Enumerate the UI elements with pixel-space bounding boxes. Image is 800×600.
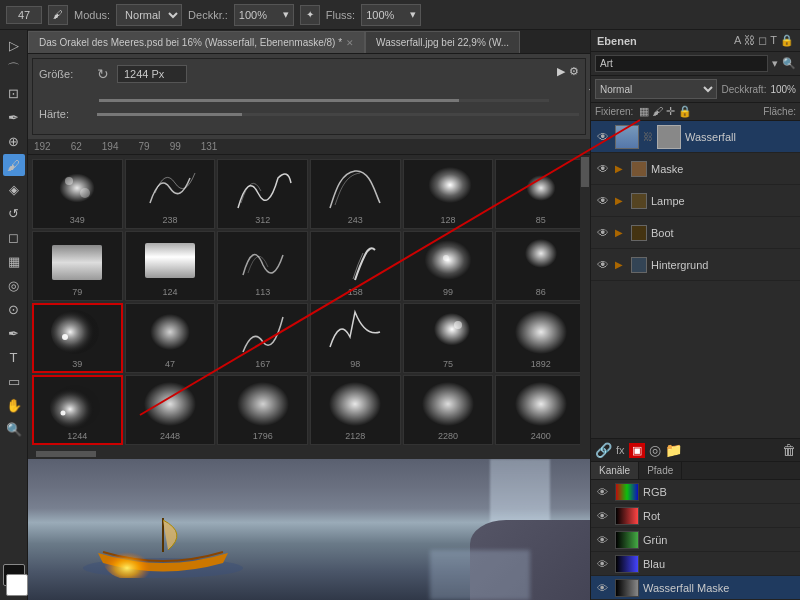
- brush-item-1244[interactable]: 1244: [32, 375, 123, 445]
- tool-text[interactable]: T: [3, 346, 25, 368]
- layer-boot[interactable]: 👁 ▶ Boot: [591, 217, 800, 249]
- search-filter-icon[interactable]: ▾: [772, 57, 778, 70]
- layer-lampe-eye[interactable]: 👁: [597, 194, 611, 208]
- tool-eraser[interactable]: ◻: [3, 226, 25, 248]
- tool-select[interactable]: ▷: [3, 34, 25, 56]
- brush-item-128[interactable]: 128: [403, 159, 494, 229]
- brush-item-47[interactable]: 47: [125, 303, 216, 373]
- tool-blur[interactable]: ◎: [3, 274, 25, 296]
- channel-rot-eye[interactable]: 👁: [597, 510, 611, 522]
- hscroll-thumb[interactable]: [36, 451, 96, 457]
- fluss-value[interactable]: 100%▾: [361, 4, 421, 26]
- layer-hintergrund[interactable]: 👁 ▶ Hintergrund: [591, 249, 800, 281]
- tool-dodge[interactable]: ⊙: [3, 298, 25, 320]
- brush-item-312[interactable]: 312: [217, 159, 308, 229]
- layer-hintergrund-triangle[interactable]: ▶: [615, 259, 627, 270]
- tab-pfade[interactable]: Pfade: [639, 462, 682, 479]
- folder-icon[interactable]: 📁: [665, 442, 682, 458]
- fix-brush[interactable]: 🖌: [652, 105, 663, 118]
- brush-item-238[interactable]: 238: [125, 159, 216, 229]
- brush-item-2280[interactable]: 2280: [403, 375, 494, 445]
- tab-wasserfall[interactable]: Wasserfall.jpg bei 22,9% (W...: [365, 31, 520, 53]
- brush-item-2400[interactable]: 2400: [495, 375, 586, 445]
- tool-hand[interactable]: ✋: [3, 394, 25, 416]
- adjustment-icon[interactable]: ◎: [649, 442, 661, 458]
- hardness-slider[interactable]: [97, 113, 579, 116]
- channel-gruen[interactable]: 👁 Grün: [591, 528, 800, 552]
- panel-icon-A[interactable]: A: [734, 34, 741, 47]
- blend-mode-select[interactable]: Normal: [595, 79, 717, 99]
- brush-item-2128[interactable]: 2128: [310, 375, 401, 445]
- channel-rgb-eye[interactable]: 👁: [597, 486, 611, 498]
- brush-item-1892[interactable]: 1892: [495, 303, 586, 373]
- tool-pen[interactable]: ✒: [3, 322, 25, 344]
- tool-heal[interactable]: ⊕: [3, 130, 25, 152]
- layers-search-input[interactable]: [595, 55, 768, 72]
- panel-icon-T[interactable]: T: [770, 34, 777, 47]
- tool-crop[interactable]: ⊡: [3, 82, 25, 104]
- layer-wasserfall[interactable]: 👁 ⛓ Wasserfall: [591, 121, 800, 153]
- arrow-right[interactable]: ▶: [557, 65, 565, 78]
- size-slider-container[interactable]: [99, 89, 549, 102]
- brush-item-79[interactable]: 79: [32, 231, 123, 301]
- brush-item-98[interactable]: 98: [310, 303, 401, 373]
- brush-item-167[interactable]: 167: [217, 303, 308, 373]
- fix-checkerboard[interactable]: ▦: [639, 105, 649, 118]
- layer-hintergrund-eye[interactable]: 👁: [597, 258, 611, 272]
- brush-item-99[interactable]: 99: [403, 231, 494, 301]
- brush-item-75[interactable]: 75: [403, 303, 494, 373]
- brush-grid-hscroll[interactable]: [28, 449, 590, 459]
- brush-item-158[interactable]: 158: [310, 231, 401, 301]
- size-slider-track[interactable]: [99, 99, 549, 102]
- channel-blau-eye[interactable]: 👁: [597, 558, 611, 570]
- background-color[interactable]: [6, 574, 28, 596]
- trash-icon[interactable]: 🗑: [782, 442, 796, 458]
- layer-wasserfall-eye[interactable]: 👁: [597, 130, 611, 144]
- layer-maske-triangle[interactable]: ▶: [615, 163, 627, 174]
- tool-zoom[interactable]: 🔍: [3, 418, 25, 440]
- size-value[interactable]: 1244 Px: [117, 65, 187, 83]
- layer-boot-eye[interactable]: 👁: [597, 226, 611, 240]
- tool-stamp[interactable]: ◈: [3, 178, 25, 200]
- fx-icon[interactable]: fx: [616, 444, 625, 456]
- layer-boot-triangle[interactable]: ▶: [615, 227, 627, 238]
- panel-icon-chain[interactable]: ⛓: [744, 34, 755, 47]
- channel-maske-eye[interactable]: 👁: [597, 582, 611, 594]
- brush-item-39[interactable]: 39: [32, 303, 123, 373]
- tool-shape[interactable]: ▭: [3, 370, 25, 392]
- layer-maske[interactable]: 👁 ▶ Maske: [591, 153, 800, 185]
- channel-gruen-eye[interactable]: 👁: [597, 534, 611, 546]
- fix-all[interactable]: 🔒: [678, 105, 692, 118]
- brush-grid-scrollbar[interactable]: [580, 155, 590, 449]
- mask-icon[interactable]: ▣: [629, 443, 645, 458]
- tab-orakel-close[interactable]: ✕: [346, 38, 354, 48]
- brush-icon[interactable]: 🖌: [48, 5, 68, 25]
- tab-orakel[interactable]: Das Orakel des Meeres.psd bei 16% (Wasse…: [28, 31, 365, 53]
- brush-item-85[interactable]: 85: [495, 159, 586, 229]
- brush-item-243[interactable]: 243: [310, 159, 401, 229]
- fix-move[interactable]: ✛: [666, 105, 675, 118]
- modus-select[interactable]: Normal: [116, 4, 182, 26]
- tool-eyedrop[interactable]: ✒: [3, 106, 25, 128]
- tool-brush[interactable]: 🖌: [3, 154, 25, 176]
- panel-icon-mask[interactable]: ◻: [758, 34, 767, 47]
- link-icon[interactable]: 🔗: [595, 442, 612, 458]
- tool-history[interactable]: ↺: [3, 202, 25, 224]
- layer-lampe-triangle[interactable]: ▶: [615, 195, 627, 206]
- brush-item-349[interactable]: 349: [32, 159, 123, 229]
- brush-item-1796[interactable]: 1796: [217, 375, 308, 445]
- channel-rot[interactable]: 👁 Rot: [591, 504, 800, 528]
- channel-wasserfall-maske[interactable]: 👁 Wasserfall Maske: [591, 576, 800, 600]
- brush-item-124[interactable]: 124: [125, 231, 216, 301]
- brush-item-113[interactable]: 113: [217, 231, 308, 301]
- panel-icon-lock[interactable]: 🔒: [780, 34, 794, 47]
- tab-kanale[interactable]: Kanäle: [591, 462, 639, 479]
- deckkraft-value[interactable]: 100%▾: [234, 4, 294, 26]
- refresh-icon[interactable]: ↻: [97, 66, 109, 82]
- brush-item-2448[interactable]: 2448: [125, 375, 216, 445]
- tool-gradient[interactable]: ▦: [3, 250, 25, 272]
- channel-rgb[interactable]: 👁 RGB: [591, 480, 800, 504]
- gear-settings[interactable]: ⚙: [569, 65, 579, 78]
- brush-item-86[interactable]: 86: [495, 231, 586, 301]
- layer-lampe[interactable]: 👁 ▶ Lampe: [591, 185, 800, 217]
